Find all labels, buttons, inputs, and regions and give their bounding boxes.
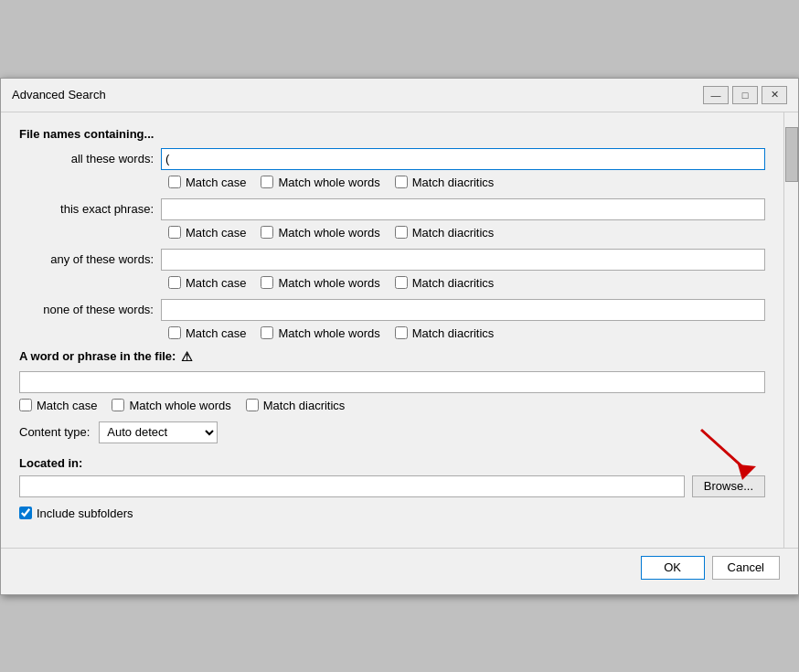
title-bar: Advanced Search — □ ✕ [1, 79, 798, 112]
browse-button[interactable]: Browse... [692, 475, 765, 497]
any-match-case-item[interactable]: Match case [168, 276, 246, 290]
file-match-diacritics-item[interactable]: Match diacritics [246, 399, 346, 412]
any-words-row: any of these words: [19, 249, 765, 271]
file-match-case-item[interactable]: Match case [19, 399, 97, 412]
file-phrase-title-text: A word or phrase in the file: [19, 349, 176, 363]
file-phrase-input[interactable] [19, 371, 765, 393]
minimize-button[interactable]: — [703, 86, 729, 104]
any-match-whole-words-label: Match whole words [278, 276, 379, 290]
file-match-case-label: Match case [37, 399, 97, 412]
all-these-words-checkboxes: Match case Match whole words Match diacr… [168, 176, 765, 189]
none-words-label: none of these words: [19, 303, 161, 316]
exact-match-whole-words-checkbox[interactable] [261, 226, 273, 239]
exact-phrase-label: this exact phrase: [19, 202, 161, 216]
include-subfolders-row: Include subfolders [19, 507, 765, 520]
content-type-row: Content type: Auto detect Text Binary [19, 421, 765, 443]
none-match-diacritics-label: Match diacritics [412, 326, 495, 340]
located-in-input[interactable] [19, 475, 685, 497]
dialog-title: Advanced Search [12, 88, 106, 101]
all-match-case-checkbox[interactable] [168, 176, 181, 188]
cancel-button[interactable]: Cancel [712, 556, 780, 580]
title-bar-controls: — □ ✕ [703, 86, 787, 104]
located-in-row: Browse... [19, 475, 765, 497]
all-these-words-label: all these words: [19, 152, 161, 165]
any-words-label: any of these words: [19, 252, 161, 266]
all-match-case-item[interactable]: Match case [168, 176, 246, 189]
exact-phrase-checkboxes: Match case Match whole words Match diacr… [168, 226, 765, 240]
none-match-case-checkbox[interactable] [168, 326, 181, 339]
all-match-diacritics-checkbox[interactable] [395, 176, 408, 188]
none-words-checkboxes: Match case Match whole words Match diacr… [168, 326, 765, 340]
all-match-diacritics-item[interactable]: Match diacritics [395, 176, 495, 189]
scrollbar[interactable] [783, 112, 798, 548]
content-type-label: Content type: [19, 425, 90, 439]
exact-match-diacritics-checkbox[interactable] [395, 226, 408, 239]
file-phrase-checkboxes: Match case Match whole words Match diacr… [19, 399, 765, 412]
file-phrase-title: A word or phrase in the file: ⚠ [19, 349, 765, 364]
file-match-whole-words-label: Match whole words [129, 399, 230, 412]
none-words-input[interactable] [161, 299, 765, 321]
file-match-diacritics-label: Match diacritics [263, 399, 346, 412]
main-panel: File names containing... all these words… [1, 112, 783, 548]
none-match-whole-words-checkbox[interactable] [261, 326, 273, 339]
exact-match-diacritics-label: Match diacritics [412, 226, 495, 240]
any-match-diacritics-checkbox[interactable] [395, 276, 408, 289]
maximize-button[interactable]: □ [732, 86, 758, 104]
any-match-whole-words-checkbox[interactable] [261, 276, 273, 289]
exact-match-case-checkbox[interactable] [168, 226, 181, 239]
all-match-whole-words-checkbox[interactable] [261, 176, 273, 188]
advanced-search-dialog: Advanced Search — □ ✕ File names contain… [0, 78, 799, 595]
file-match-whole-words-checkbox[interactable] [112, 399, 124, 411]
any-words-checkboxes: Match case Match whole words Match diacr… [168, 276, 765, 290]
close-button[interactable]: ✕ [762, 86, 787, 104]
button-row: OK Cancel [1, 548, 798, 594]
warning-icon: ⚠ [181, 349, 193, 364]
scrollbar-thumb[interactable] [785, 127, 798, 182]
exact-match-whole-words-label: Match whole words [278, 226, 379, 240]
exact-phrase-input[interactable] [161, 198, 765, 220]
any-match-case-checkbox[interactable] [168, 276, 181, 289]
include-subfolders-label[interactable]: Include subfolders [37, 507, 133, 520]
file-match-whole-words-item[interactable]: Match whole words [112, 399, 230, 412]
all-match-case-label: Match case [186, 176, 246, 189]
none-match-diacritics-item[interactable]: Match diacritics [395, 326, 495, 340]
file-names-section: File names containing... all these words… [19, 127, 765, 340]
exact-match-whole-words-item[interactable]: Match whole words [261, 226, 379, 240]
none-match-case-label: Match case [186, 326, 246, 340]
none-words-row: none of these words: [19, 299, 765, 321]
all-match-whole-words-label: Match whole words [278, 176, 379, 189]
none-match-whole-words-item[interactable]: Match whole words [261, 326, 379, 340]
content-type-select[interactable]: Auto detect Text Binary [99, 421, 218, 443]
none-match-whole-words-label: Match whole words [278, 326, 379, 340]
any-match-diacritics-item[interactable]: Match diacritics [395, 276, 495, 290]
file-phrase-section: A word or phrase in the file: ⚠ Match ca… [19, 349, 765, 443]
all-match-diacritics-label: Match diacritics [412, 176, 495, 189]
all-these-words-input[interactable] [161, 148, 765, 170]
exact-match-diacritics-item[interactable]: Match diacritics [395, 226, 495, 240]
file-match-case-checkbox[interactable] [19, 399, 32, 411]
located-in-section: Located in: Browse... [19, 456, 765, 497]
exact-match-case-label: Match case [186, 226, 246, 240]
none-match-case-item[interactable]: Match case [168, 326, 246, 340]
any-match-case-label: Match case [186, 276, 246, 290]
any-match-diacritics-label: Match diacritics [412, 276, 495, 290]
dialog-content: File names containing... all these words… [1, 112, 798, 548]
all-these-words-row: all these words: [19, 148, 765, 170]
include-subfolders-checkbox[interactable] [19, 507, 32, 519]
located-in-title: Located in: [19, 456, 765, 470]
file-names-title: File names containing... [19, 127, 765, 141]
any-match-whole-words-item[interactable]: Match whole words [261, 276, 379, 290]
exact-match-case-item[interactable]: Match case [168, 226, 246, 240]
exact-phrase-row: this exact phrase: [19, 198, 765, 220]
file-match-diacritics-checkbox[interactable] [246, 399, 259, 411]
ok-button[interactable]: OK [641, 556, 705, 580]
any-words-input[interactable] [161, 249, 765, 271]
none-match-diacritics-checkbox[interactable] [395, 326, 408, 339]
all-match-whole-words-item[interactable]: Match whole words [261, 176, 379, 189]
